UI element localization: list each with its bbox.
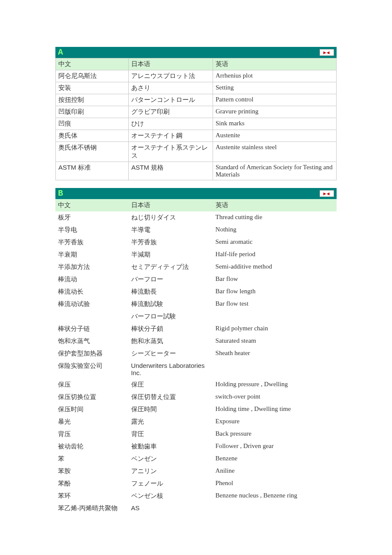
table-header-row: 中文日本语英语 [55, 199, 337, 211]
table-row: 凹痕ひけSink marks [56, 118, 337, 130]
cell-en: Thread cutting die [213, 211, 337, 224]
cell-cn: 棒流动试验 [55, 298, 129, 310]
cell-en: Saturated steam [213, 335, 337, 347]
cell-en: Holding pressure , Dwelling [213, 379, 337, 391]
cell-cn: 板牙 [55, 211, 129, 224]
table-row: 被动齿轮被動歯車Follower , Driven gear [55, 440, 337, 453]
table-row: 苯环ベンゼン核Benzene nucleus , Benzene ring [55, 490, 337, 502]
cell-jp: アレニウスプロット法 [129, 70, 213, 82]
table-row: 凹版印刷グラビア印刷Gravure printing [56, 106, 337, 118]
cell-jp: あさり [129, 82, 213, 94]
cell-jp: パターンコントロール [129, 94, 213, 106]
cell-jp: フェノール [129, 477, 213, 490]
table-header-row: 中文日本语英语 [56, 58, 337, 70]
table-row: 奥氏体不锈钢オーステナイト系ステンレスAustenite stainless s… [56, 142, 337, 162]
cell-en: Gravure printing [213, 106, 337, 118]
cell-jp: 半導電 [129, 224, 213, 236]
col-header-en: 英语 [213, 199, 337, 211]
cell-cn: 保压 [55, 379, 129, 391]
table-row: 半芳香族半芳香族Semi aromatic [55, 236, 337, 249]
table-row: 苯乙烯-丙烯晴共聚物AS [55, 502, 337, 515]
col-header-jp: 日本语 [129, 199, 213, 211]
cell-cn: 半芳香族 [55, 236, 129, 249]
cell-cn: 保险实验室公司 [55, 360, 129, 379]
col-header-cn: 中文 [55, 199, 129, 211]
cell-cn: 棒状分子链 [55, 323, 129, 335]
table-row: 半添加方法セミアディティブ法Semi-additive method [55, 261, 337, 273]
cell-jp: 保圧 [129, 379, 213, 391]
cell-cn: 保压时间 [55, 403, 129, 416]
table-row: 苯胺アニリンAniline [55, 465, 337, 477]
cell-jp: ベンゼン核 [129, 490, 213, 502]
cell-en: Arrhenius plot [213, 70, 337, 82]
cell-jp: 被動歯車 [129, 440, 213, 453]
table-row: 苯酚フェノールPhenol [55, 477, 337, 490]
cell-en: Benzene nucleus , Benzene ring [213, 490, 337, 502]
cell-en: Bar flow length [213, 286, 337, 298]
cell-cn: 苯胺 [55, 465, 129, 477]
cell-jp: シーズヒーター [129, 347, 213, 360]
section-b: B▸◂中文日本语英语板牙ねじ切りダイスThread cutting die半导电… [55, 188, 337, 515]
table-row: 保压切换位置保圧切替え位置switch-over point [55, 391, 337, 403]
glossary-table: 中文日本语英语阿仑尼乌斯法アレニウスプロット法Arrhenius plot安装あ… [55, 58, 337, 180]
cell-jp: オーステナイト系ステンレス [129, 142, 213, 162]
cell-cn: 保压切换位置 [55, 391, 129, 403]
table-row: 保险实验室公司Underwriters Laboratories Inc. [55, 360, 337, 379]
cell-jp: オーステナイト鋼 [129, 130, 213, 142]
cell-jp: AS [129, 502, 213, 515]
cell-en: Aniline [213, 465, 337, 477]
table-row: 板牙ねじ切りダイスThread cutting die [55, 211, 337, 224]
cell-jp: 背圧 [129, 428, 213, 440]
table-row: 保压时间保圧時間Holding time , Dwelling time [55, 403, 337, 416]
cell-cn: 凹版印刷 [56, 106, 129, 118]
cell-jp: 半芳香族 [129, 236, 213, 249]
cell-jp: ASTM 規格 [129, 162, 213, 180]
cell-jp: 棒流動長 [129, 286, 213, 298]
cell-cn: 半添加方法 [55, 261, 129, 273]
cell-en: Standard of American Society for Testing… [213, 162, 337, 180]
cell-cn: 半衰期 [55, 249, 129, 261]
cell-cn: 半导电 [55, 224, 129, 236]
cell-jp: ひけ [129, 118, 213, 130]
cell-en: Benzene [213, 453, 337, 465]
cell-jp: バーフロー [129, 273, 213, 286]
cell-en: Sink marks [213, 118, 337, 130]
section-header: A▸◂ [55, 47, 337, 58]
close-icon[interactable]: ▸◂ [320, 190, 334, 197]
cell-en: Half-life period [213, 249, 337, 261]
cell-jp: 棒状分子鎖 [129, 323, 213, 335]
cell-en: Semi aromatic [213, 236, 337, 249]
cell-en: Setting [213, 82, 337, 94]
cell-cn: 背压 [55, 428, 129, 440]
section-header: B▸◂ [55, 188, 337, 199]
table-row: 苯ベンゼンBenzene [55, 453, 337, 465]
cell-en [213, 310, 337, 323]
cell-en: Exposure [213, 416, 337, 428]
table-row: 半导电半導電Nothing [55, 224, 337, 236]
cell-cn: 棒流动 [55, 273, 129, 286]
cell-en: Follower , Driven gear [213, 440, 337, 453]
cell-en: Semi-additive method [213, 261, 337, 273]
cell-jp: ベンゼン [129, 453, 213, 465]
cell-cn [55, 310, 129, 323]
cell-cn: 奥氏体 [56, 130, 129, 142]
table-row: 保压保圧Holding pressure , Dwelling [55, 379, 337, 391]
cell-cn: 按扭控制 [56, 94, 129, 106]
close-icon[interactable]: ▸◂ [320, 49, 334, 56]
section-letter: B [58, 188, 63, 199]
cell-en: Nothing [213, 224, 337, 236]
cell-jp: 飽和水蒸気 [129, 335, 213, 347]
table-row: 棒状分子链棒状分子鎖Rigid polymer chain [55, 323, 337, 335]
cell-en [213, 360, 337, 379]
cell-jp: 露光 [129, 416, 213, 428]
table-row: バーフロー試験 [55, 310, 337, 323]
col-header-cn: 中文 [56, 58, 129, 70]
table-row: 棒流动长棒流動長Bar flow length [55, 286, 337, 298]
cell-cn: 阿仑尼乌斯法 [56, 70, 129, 82]
cell-cn: ASTM 标准 [56, 162, 129, 180]
cell-en: Bar flow [213, 273, 337, 286]
cell-cn: 饱和水蒸气 [55, 335, 129, 347]
cell-en: Holding time , Dwelling time [213, 403, 337, 416]
cell-jp: 保圧切替え位置 [129, 391, 213, 403]
cell-cn: 棒流动长 [55, 286, 129, 298]
